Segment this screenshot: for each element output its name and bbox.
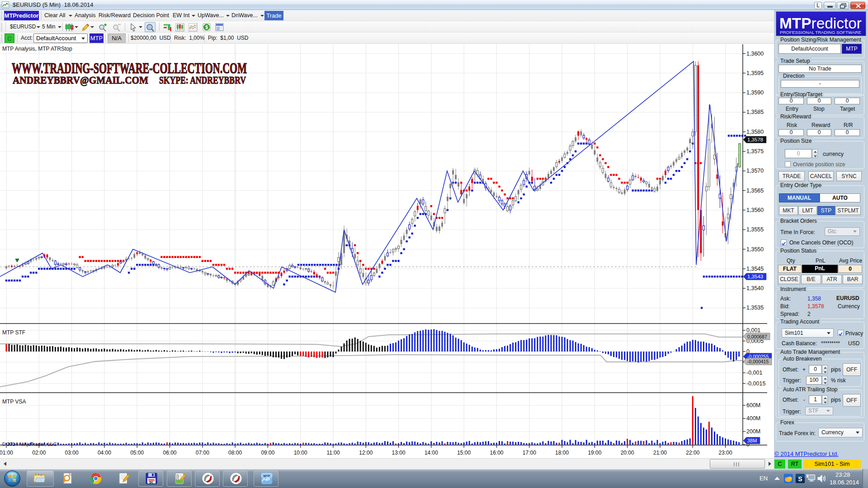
svg-text:1,3600: 1,3600 [746,51,764,57]
svg-text:$: $ [205,24,208,30]
svg-text:03:00: 03:00 [65,450,79,456]
svg-text:-0,001: -0,001 [746,370,762,376]
svg-text:38M: 38M [747,438,757,443]
svg-text:1,3565: 1,3565 [746,188,764,194]
svg-text:1,3585: 1,3585 [746,109,764,115]
svg-text:ANDREYBBRV@GMAIL.COM: ANDREYBBRV@GMAIL.COM [13,74,148,86]
svg-text:1,3595: 1,3595 [746,70,764,76]
svg-text:MTP Analysis, MTP ATRStop: MTP Analysis, MTP ATRStop [2,46,72,52]
svg-text:1,3550: 1,3550 [746,246,764,253]
svg-text:05:00: 05:00 [130,450,144,456]
svg-text:11:00: 11:00 [326,450,340,456]
svg-text:1,3535: 1,3535 [746,305,764,311]
svg-text:17:00: 17:00 [523,450,536,456]
svg-text:08:00: 08:00 [228,450,242,456]
svg-text:01:00: 01:00 [0,450,13,456]
svg-text:MTPredictor: MTPredictor [779,15,862,32]
svg-text:1,3570: 1,3570 [746,168,764,174]
svg-text:02:00: 02:00 [32,450,46,456]
svg-text:18:00: 18:00 [555,450,569,456]
svg-text:16:00: 16:00 [490,450,503,456]
svg-text:14:00: 14:00 [425,450,438,456]
svg-text:12:00: 12:00 [359,450,373,456]
svg-text:1,3555: 1,3555 [746,226,764,233]
svg-text:-0,0015: -0,0015 [746,380,765,387]
svg-text:07:00: 07:00 [196,450,209,456]
svg-text:1,3543: 1,3543 [747,274,763,279]
svg-text:© 2014 NinjaTrader, LLC: © 2014 NinjaTrader, LLC [2,441,57,447]
svg-text:10:00: 10:00 [294,450,307,456]
svg-text:0,001: 0,001 [746,327,760,333]
svg-text:400M: 400M [746,415,760,422]
svg-text:600M: 600M [746,402,760,408]
svg-text:0,000687: 0,000687 [747,334,767,339]
svg-text:MTP: MTP [264,474,270,478]
svg-text:1,3590: 1,3590 [746,89,764,96]
svg-text:06:00: 06:00 [163,450,176,456]
svg-text:1,3578: 1,3578 [747,137,763,142]
svg-text:22:00: 22:00 [686,450,699,456]
svg-text:19:00: 19:00 [588,450,601,456]
svg-text:1,3575: 1,3575 [746,148,764,155]
svg-text:1,3545: 1,3545 [746,266,764,272]
svg-text:MTP STF: MTP STF [2,329,25,336]
svg-text:1,3580: 1,3580 [746,129,764,135]
svg-text:13:00: 13:00 [392,450,406,456]
svg-text:MTP VSA: MTP VSA [2,399,26,405]
svg-text:20:00: 20:00 [621,450,634,456]
svg-text:200M: 200M [746,428,760,435]
svg-text:S: S [798,475,802,483]
svg-text:21:00: 21:00 [653,450,667,456]
svg-text:15:00: 15:00 [457,450,471,456]
svg-text:04:00: 04:00 [98,450,111,456]
svg-text:1,3540: 1,3540 [746,285,764,291]
svg-text:1,3560: 1,3560 [746,207,764,213]
svg-text:-0,000415: -0,000415 [747,359,769,364]
svg-text:64.: 64. [149,481,153,484]
svg-text:23:00: 23:00 [719,450,732,456]
svg-text:09:00: 09:00 [261,450,274,456]
svg-text:PROFESSIONAL TRADING SOFTWARE: PROFESSIONAL TRADING SOFTWARE [780,30,861,35]
svg-text:SKYPE: ANDREYBBRV: SKYPE: ANDREYBBRV [159,74,246,86]
